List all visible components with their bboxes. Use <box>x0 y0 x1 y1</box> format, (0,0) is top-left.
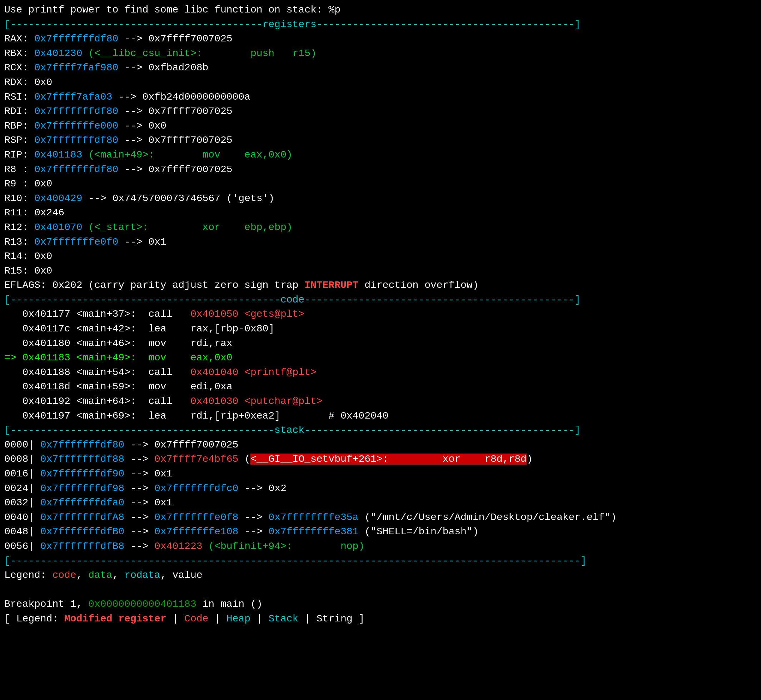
code-line-6: 0x40118d <main+59>: mov edi,0xa <box>4 380 757 394</box>
rax-val: 0x7ffff7007025 <box>148 33 232 44</box>
stack-5: 0040| 0x7fffffffdfA8 --> 0x7fffffffe0f8 … <box>4 510 757 525</box>
reg-rbp: RBP: 0x7fffffffe000 --> 0x0 <box>4 119 757 134</box>
reg-r15: R15: 0x0 <box>4 264 757 278</box>
reg-rdi: RDI: 0x7fffffffdf80 --> 0x7ffff7007025 <box>4 104 757 119</box>
blank <box>4 583 757 597</box>
breakpoint-line: Breakpoint 1, 0x0000000000401183 in main… <box>4 597 757 612</box>
code-line-4-current: => 0x401183 <main+49>: mov eax,0x0 <box>4 351 757 366</box>
reg-r9: R9 : 0x0 <box>4 177 757 191</box>
code-line-7: 0x401192 <main+64>: call 0x401030 <putch… <box>4 394 757 409</box>
reg-r10: R10: 0x400429 --> 0x7475700073746567 ('g… <box>4 191 757 206</box>
code-line-3: 0x401180 <main+46>: mov rdi,rax <box>4 336 757 351</box>
stack-7: 0056| 0x7fffffffdfB8 --> 0x401223 (<bufi… <box>4 539 757 554</box>
stack-2: 0016| 0x7fffffffdf90 --> 0x1 <box>4 467 757 481</box>
reg-rbx: RBX: 0x401230 (<__libc_csu_init>: push r… <box>4 47 757 61</box>
end-bar: [---------------------------------------… <box>4 554 757 569</box>
stack-6: 0048| 0x7fffffffdfB0 --> 0x7fffffffe108 … <box>4 525 757 539</box>
rbx-label: RBX: <box>4 48 34 59</box>
reg-rsp: RSP: 0x7fffffffdf80 --> 0x7ffff7007025 <box>4 133 757 148</box>
stack-header: [---------------------------------------… <box>4 423 757 438</box>
eflags: EFLAGS: 0x202 (carry parity adjust zero … <box>4 278 757 293</box>
stack-4: 0032| 0x7fffffffdfa0 --> 0x1 <box>4 496 757 510</box>
reg-rcx: RCX: 0x7ffff7faf980 --> 0xfbad208b <box>4 61 757 75</box>
reg-r14: R14: 0x0 <box>4 249 757 264</box>
title-line: Use printf power to find some libc funct… <box>4 3 757 17</box>
stack-3: 0024| 0x7fffffffdf98 --> 0x7fffffffdfc0 … <box>4 481 757 496</box>
stack-1: 0008| 0x7fffffffdf88 --> 0x7ffff7e4bf65 … <box>4 452 757 467</box>
code-line-8: 0x401197 <main+69>: lea rdi,[rip+0xea2] … <box>4 409 757 423</box>
rbx-addr: 0x401230 <box>34 48 82 59</box>
reg-r8: R8 : 0x7fffffffdf80 --> 0x7ffff7007025 <box>4 162 757 177</box>
rbx-desc: (<__libc_csu_init>: push r15) <box>82 48 316 59</box>
code-line-2: 0x40117c <main+42>: lea rax,[rbp-0x80] <box>4 322 757 336</box>
reg-rip: RIP: 0x401183 (<main+49>: mov eax,0x0) <box>4 148 757 162</box>
stack-0: 0000| 0x7fffffffdf80 --> 0x7ffff7007025 <box>4 438 757 453</box>
rax-arrow: --> <box>118 33 148 44</box>
reg-rdx: RDX: 0x0 <box>4 75 757 90</box>
terminal-window: Use printf power to find some libc funct… <box>4 3 757 627</box>
legend2: [ Legend: Modified register | Code | Hea… <box>4 612 757 627</box>
rax-label: RAX: <box>4 33 34 44</box>
reg-r11: R11: 0x246 <box>4 206 757 220</box>
rax-addr: 0x7fffffffdf80 <box>34 33 118 44</box>
reg-header: [---------------------------------------… <box>4 17 757 32</box>
legend: Legend: code, data, rodata, value <box>4 568 757 583</box>
reg-rax: RAX: 0x7fffffffdf80 --> 0x7ffff7007025 <box>4 32 757 47</box>
reg-r12: R12: 0x401070 (<_start>: xor ebp,ebp) <box>4 220 757 235</box>
reg-r13: R13: 0x7fffffffe0f0 --> 0x1 <box>4 235 757 250</box>
reg-rsi: RSI: 0x7ffff7afa03 --> 0xfb24d0000000000… <box>4 90 757 105</box>
code-header: [---------------------------------------… <box>4 293 757 308</box>
code-line-1: 0x401177 <main+37>: call 0x401050 <gets@… <box>4 307 757 322</box>
code-line-5: 0x401188 <main+54>: call 0x401040 <print… <box>4 366 757 380</box>
